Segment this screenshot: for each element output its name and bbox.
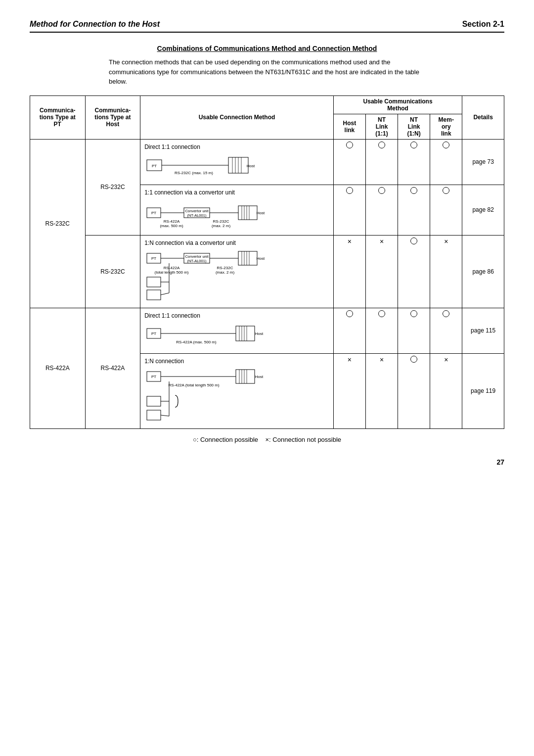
col-usable-comm: Usable CommunicationsMethod (333, 95, 462, 114)
cell-hl-5: × (333, 353, 365, 428)
svg-text:(max. 2 m): (max. 2 m) (212, 224, 231, 228)
table-row: RS-232C RS-232C Direct 1:1 connection PT (30, 139, 504, 185)
cell-nt1n-4 (398, 308, 430, 353)
cell-comm-host-rs232c: RS-232C (85, 139, 140, 235)
svg-text:(NT-AL001): (NT-AL001) (187, 259, 207, 263)
svg-text:(NT-AL001): (NT-AL001) (187, 213, 207, 218)
cell-nt1n-5 (398, 353, 430, 428)
svg-text:PT: PT (151, 256, 156, 261)
conn-title-5: 1:N connection (144, 358, 329, 365)
svg-text:Convertor unit: Convertor unit (185, 209, 209, 213)
svg-rect-45 (147, 277, 161, 287)
conn-title-4: Direct 1:1 connection (144, 312, 329, 319)
svg-text:RS-422A: RS-422A (164, 266, 180, 270)
svg-rect-34 (238, 251, 257, 265)
cell-comm-pt-rs422a: RS-422A (30, 308, 86, 428)
subheader-nt-1n: NTLink(1:N) (398, 114, 430, 139)
conn-title-3: 1:N connection via a convertor unit (144, 239, 329, 246)
cell-nt11-4 (365, 308, 398, 353)
cell-ml-3: × (430, 235, 462, 308)
cell-nt11-1 (365, 139, 398, 185)
cell-nt1n-1 (398, 139, 430, 185)
svg-text:(total length 500 m): (total length 500 m) (155, 270, 189, 275)
diagram-422a-1n: PT Host RS-422A (total length 500 m) (144, 367, 278, 424)
svg-text:Host: Host (255, 375, 264, 379)
cell-hl-1 (333, 139, 365, 185)
col-details: Details (462, 95, 504, 139)
conn-title-1: Direct 1:1 connection (144, 143, 329, 150)
footer-circle-text: ○: Connection possible (193, 436, 258, 443)
cell-comm-host-rs232c-2: RS-232C (85, 235, 140, 308)
cell-conn-direct-422a: Direct 1:1 connection PT Host (140, 308, 334, 353)
cell-details-2: page 82 (462, 185, 504, 235)
cell-conn-direct-232c: Direct 1:1 connection PT (140, 139, 334, 185)
table-row: RS-232C 1:N connection via a convertor u… (30, 235, 504, 308)
cell-hl-4 (333, 308, 365, 353)
page-header: Method for Connection to the Host Sectio… (30, 20, 504, 33)
cell-comm-pt-rs232c: RS-232C (30, 139, 86, 308)
subheader-memory: Mem-orylink (430, 114, 462, 139)
cell-hl-3: × (333, 235, 365, 308)
cell-conn-422a-1n: 1:N connection PT Host (140, 353, 334, 428)
svg-text:PT: PT (152, 164, 157, 168)
cell-nt11-3: × (365, 235, 398, 308)
diagram-convertor-1n: PT Convertor unit (NT-AL001) (144, 248, 278, 303)
header-title: Method for Connection to the Host (30, 20, 160, 29)
main-table: Communica-tions Type atPT Communica-tion… (30, 95, 504, 429)
svg-text:RS-422A: RS-422A (164, 219, 180, 224)
svg-text:PT: PT (151, 331, 156, 336)
col-comm-pt: Communica-tions Type atPT (30, 95, 86, 139)
cell-ml-4 (430, 308, 462, 353)
cell-details-4: page 115 (462, 308, 504, 353)
cell-nt1n-3 (398, 235, 430, 308)
cell-conn-convertor-11: 1:1 connection via a convertor unit PT C… (140, 185, 334, 235)
svg-text:RS-422A (max. 500 m): RS-422A (max. 500 m) (176, 340, 217, 344)
diagram-direct-232c: PT Host RS-232C (max. 15 m) (144, 152, 278, 180)
svg-text:Host: Host (257, 211, 265, 215)
svg-text:RS-232C (max. 15 m): RS-232C (max. 15 m) (175, 171, 213, 175)
footer-note: ○: Connection possible ×: Connection not… (30, 436, 504, 443)
cell-details-5: page 119 (462, 353, 504, 428)
svg-text:(max. 2 m): (max. 2 m) (216, 270, 235, 275)
svg-rect-17 (238, 206, 257, 220)
svg-rect-70 (147, 396, 161, 406)
svg-rect-62 (236, 370, 255, 383)
svg-text:PT: PT (151, 211, 156, 215)
diagram-convertor-11: PT Convertor unit (NT-AL001) (144, 198, 278, 230)
svg-line-48 (161, 293, 169, 295)
cell-comm-host-rs422a: RS-422A (85, 308, 140, 428)
svg-text:PT: PT (151, 375, 156, 379)
svg-text:RS-422A (total length 500 m): RS-422A (total length 500 m) (169, 383, 220, 387)
cell-nt1n-2 (398, 185, 430, 235)
svg-text:RS-232C: RS-232C (213, 219, 229, 224)
subheader-host-link: Hostlink (333, 114, 365, 139)
cell-ml-1 (430, 139, 462, 185)
svg-rect-52 (236, 326, 255, 341)
svg-rect-47 (147, 290, 161, 300)
col-comm-host: Communica-tions Type atHost (85, 95, 140, 139)
footer-x-text: ×: Connection not possible (266, 436, 342, 443)
cell-conn-convertor-1n: 1:N connection via a convertor unit PT C… (140, 235, 334, 308)
cell-nt11-5: × (365, 353, 398, 428)
section-label: Section 2-1 (462, 20, 504, 29)
cell-ml-5: × (430, 353, 462, 428)
cell-hl-2 (333, 185, 365, 235)
cell-ml-2 (430, 185, 462, 235)
svg-text:Host: Host (257, 256, 265, 261)
table-row: RS-422A RS-422A Direct 1:1 connection PT (30, 308, 504, 353)
diagram-direct-422a: PT Host RS-422A (max. 500 m) (144, 321, 278, 348)
cell-details-1: page 73 (462, 139, 504, 185)
cell-nt11-2 (365, 185, 398, 235)
svg-text:(max. 500 m): (max. 500 m) (160, 224, 183, 228)
section-title: Combinations of Communications Method an… (30, 45, 504, 52)
conn-title-2: 1:1 connection via a convertor unit (144, 189, 329, 196)
svg-text:Host: Host (247, 164, 255, 168)
svg-text:Convertor unit: Convertor unit (185, 254, 209, 259)
col-usable-conn: Usable Connection Method (140, 95, 334, 139)
cell-details-3: page 86 (462, 235, 504, 308)
intro-text: The connection methods that can be used … (109, 57, 425, 87)
page-number: 27 (30, 458, 504, 466)
svg-rect-72 (147, 410, 161, 420)
svg-line-73 (161, 415, 169, 416)
svg-text:Host: Host (255, 331, 264, 336)
